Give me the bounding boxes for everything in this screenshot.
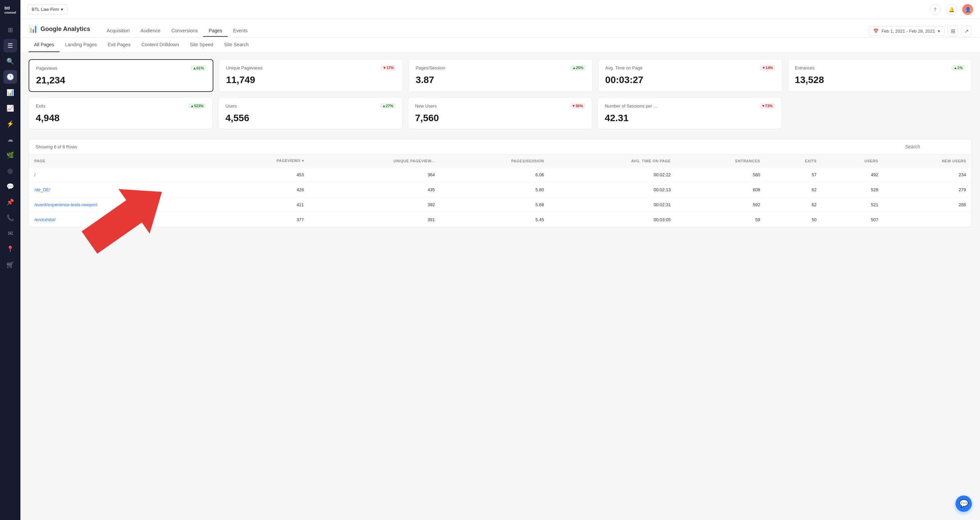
tab-landing-pages[interactable]: Landing Pages [60,38,102,52]
share-icon: ↗ [964,28,969,34]
table-row: /en/exhibit/ 377 391 5.45 00:03:05 59 50… [29,212,972,227]
metric-users-badge: ▲27% [380,103,395,108]
cell-entrances: 608 [676,183,765,197]
analytics-icon: 📊 [29,24,38,33]
firm-selector[interactable]: BTL Law Firm ▾ [27,5,68,14]
avatar-image: 👤 [965,7,971,12]
cell-pageviews: 377 [214,212,309,227]
cell-entrances: 580 [676,167,765,183]
metric-pageviews-label: Pageviews [36,66,57,71]
cell-users: 521 [822,197,884,212]
metric-exits[interactable]: Exits ▲523% 4,948 [29,97,213,129]
metrics-row-1: Pageviews ▲61% 21,234 Unique Pageviews ▼… [29,59,972,92]
metrics-section: Pageviews ▲61% 21,234 Unique Pageviews ▼… [21,52,980,139]
cell-page: /event/experience-tesla-newport [29,197,214,212]
sidebar-item-cart[interactable]: 🛒 [3,258,17,272]
sidebar-item-pin[interactable]: 📌 [3,196,17,209]
sidebar-item-barchart[interactable]: 📊 [3,86,17,99]
cell-avg-time: 00:03:05 [550,212,676,227]
sidebar-item-phone[interactable]: 📞 [3,211,17,224]
nav-acquisition[interactable]: Acquisition [101,25,135,37]
table-search [905,144,965,149]
cell-exits: 62 [765,183,822,197]
avatar[interactable]: 👤 [962,4,973,15]
main-content: BTL Law Firm ▾ ? 🔔 👤 📊 Google Analytic [21,0,980,520]
cell-new-users: 234 [884,167,972,183]
cell-new-users [884,212,972,227]
metric-users-label: Users [225,103,237,108]
col-page[interactable]: PAGE [29,154,214,167]
metric-unique-pageviews[interactable]: Unique Pageviews ▼17% 11,749 [219,59,403,92]
col-new-users: NEW USERS [884,154,972,167]
metric-entrances-value: 13,528 [795,75,965,86]
calendar-icon: 📅 [873,29,878,34]
metric-new-users[interactable]: New Users ▼36% 7,560 [408,97,592,129]
table-header-row: PAGE PAGEVIEWS ▾ UNIQUE PAGEVIEW... PAGE… [29,154,972,167]
metric-pageviews[interactable]: Pageviews ▲61% 21,234 [29,59,213,92]
table-toolbar: Showing 6 of 6 Rows [29,139,972,154]
metric-pageviews-header: Pageviews ▲61% [36,65,206,71]
nav-events[interactable]: Events [228,25,253,37]
sidebar-item-clock[interactable]: 🕐 [3,70,17,84]
search-input[interactable] [905,144,965,149]
cell-exits: 57 [765,167,822,183]
sub-tabs: All Pages Landing Pages Exit Pages Conte… [21,38,980,52]
cell-exits: 50 [765,212,822,227]
help-button[interactable]: ? [930,4,940,15]
sidebar-item-target[interactable]: ◎ [3,164,17,178]
cell-pageviews: 428 [214,183,309,197]
bell-icon: 🔔 [949,7,955,12]
table-row: /de_DE/ 428 435 5.80 00:02:13 608 62 528… [29,183,972,197]
sidebar-item-leaf[interactable]: 🌿 [3,148,17,162]
firm-name: BTL Law Firm [32,7,59,12]
metric-entrances-label: Entrances [795,65,815,70]
metric-sessions-header: Number of Sessions per ... ▼73% [605,103,775,108]
tab-exit-pages[interactable]: Exit Pages [102,38,136,52]
table-row: /event/experience-tesla-newport 411 392 … [29,197,972,212]
cell-page: /en/exhibit/ [29,212,214,227]
sidebar-item-mail[interactable]: ✉ [3,227,17,240]
sidebar-item-location[interactable]: 📍 [3,242,17,256]
sidebar-item-home[interactable]: ⊞ [3,23,17,37]
metric-unique-pageviews-value: 11,749 [226,75,396,86]
metric-sessions[interactable]: Number of Sessions per ... ▼73% 42.31 [598,97,782,129]
sidebar-item-cloud[interactable]: ☁ [3,133,17,146]
sidebar-item-lightning[interactable]: ⚡ [3,117,17,131]
cell-pages-session: 6.06 [440,167,550,183]
col-unique-pageviews: UNIQUE PAGEVIEW... [309,154,440,167]
nav-pages[interactable]: Pages [203,25,228,37]
metric-new-users-header: New Users ▼36% [415,103,585,108]
tab-site-speed[interactable]: Site Speed [185,38,219,52]
metric-entrances[interactable]: Entrances ▲1% 13,528 [788,59,972,92]
metric-entrances-badge: ▲1% [951,65,965,70]
metric-pages-session-label: Pages/Session [415,65,445,70]
sidebar-item-search[interactable]: 🔍 [3,54,17,68]
analytics-title-row: 📊 Google Analytics [29,24,90,33]
date-picker[interactable]: 📅 Feb 1, 2021 - Feb 28, 2021 ▾ [869,26,945,36]
nav-audience[interactable]: Audience [135,25,166,37]
tab-all-pages[interactable]: All Pages [29,38,60,52]
col-pageviews[interactable]: PAGEVIEWS ▾ [214,154,309,167]
cell-pages-session: 5.80 [440,183,550,197]
table-row: / 453 364 6.06 00:02:22 580 57 492 234 [29,167,972,183]
chat-button[interactable]: 💬 [956,496,972,512]
cell-avg-time: 00:02:31 [550,197,676,212]
sidebar-item-linechart[interactable]: 📈 [3,102,17,115]
sidebar-item-comment[interactable]: 💬 [3,180,17,193]
notifications-button[interactable]: 🔔 [946,4,957,15]
metric-avg-time[interactable]: Avg. Time on Page ▼14% 00:03:27 [598,59,782,92]
metric-users[interactable]: Users ▲27% 4,556 [218,97,402,129]
view-toggle-button[interactable]: ⊞ [947,25,958,37]
col-exits: EXITS [765,154,822,167]
metric-pages-session-badge: ▲25% [570,65,585,70]
topbar-right: ? 🔔 👤 [930,4,973,15]
chat-icon: 💬 [959,499,969,508]
metric-avg-time-header: Avg. Time on Page ▼14% [605,65,775,70]
tab-site-search[interactable]: Site Search [219,38,254,52]
share-button[interactable]: ↗ [961,25,972,37]
cell-unique-pageviews: 392 [309,197,440,212]
sidebar-item-dashboard[interactable]: ☰ [3,39,17,52]
tab-content-drilldown[interactable]: Content Drilldown [136,38,185,52]
nav-conversions[interactable]: Conversions [166,25,203,37]
metric-pages-session[interactable]: Pages/Session ▲25% 3.87 [408,59,592,92]
